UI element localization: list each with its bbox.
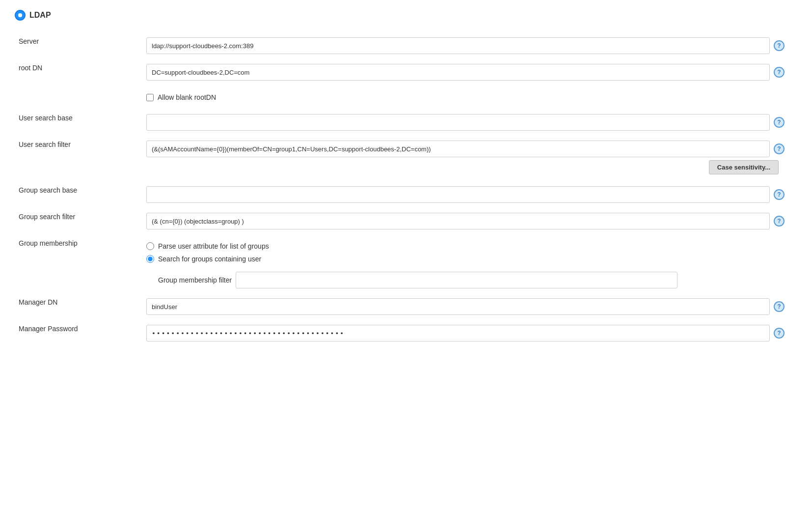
user-search-filter-help-icon[interactable]: ? [774, 143, 785, 154]
user-search-base-input-cell: ? [142, 109, 797, 136]
user-search-filter-input-cell: ? Case sensitivity... [142, 136, 797, 181]
membership-filter-input[interactable] [236, 272, 677, 288]
manager-dn-label: Manager DN [15, 293, 142, 320]
root-dn-row: root DN ? [15, 59, 797, 85]
group-membership-label: Group membership [15, 234, 142, 293]
manager-dn-help-icon[interactable]: ? [774, 301, 785, 312]
group-search-base-row: Group search base ? [15, 181, 797, 208]
group-search-base-label: Group search base [15, 181, 142, 208]
case-sensitivity-button[interactable]: Case sensitivity... [709, 160, 779, 174]
parse-user-radio-row: Parse user attribute for list of groups [146, 242, 793, 250]
search-groups-radio-label: Search for groups containing user [158, 255, 261, 263]
ldap-form: Server ? root DN ? Allow blank rootDN [15, 32, 797, 346]
root-dn-input-cell: ? [142, 59, 797, 85]
manager-password-label: Manager Password [15, 320, 142, 346]
manager-password-field-row: ? [146, 325, 793, 341]
allow-blank-input-cell: Allow blank rootDN [142, 85, 797, 109]
group-membership-radio-group: Parse user attribute for list of groups … [146, 239, 793, 288]
manager-password-row: Manager Password ? [15, 320, 797, 346]
group-search-base-input-cell: ? [142, 181, 797, 208]
user-search-base-label: User search base [15, 109, 142, 136]
group-search-filter-input[interactable] [146, 213, 770, 229]
ldap-title: LDAP [29, 11, 51, 20]
root-dn-help-icon[interactable]: ? [774, 67, 785, 78]
parse-user-radio[interactable] [146, 242, 154, 250]
user-search-base-row: User search base ? [15, 109, 797, 136]
group-search-filter-input-cell: ? [142, 208, 797, 234]
server-field-row: ? [146, 37, 793, 54]
server-label: Server [15, 32, 142, 59]
server-help-icon[interactable]: ? [774, 40, 785, 51]
group-search-filter-field-row: ? [146, 213, 793, 229]
ldap-status-icon [15, 10, 26, 21]
user-search-filter-label: User search filter [15, 136, 142, 181]
allow-blank-label-empty [15, 85, 142, 109]
user-search-filter-field-row: ? [146, 141, 793, 157]
allow-blank-row: Allow blank rootDN [15, 85, 797, 109]
case-sensitivity-wrapper: Case sensitivity... [146, 157, 793, 176]
allow-blank-checkbox[interactable] [146, 94, 154, 101]
user-search-base-field-row: ? [146, 114, 793, 131]
server-input[interactable] [146, 37, 770, 54]
manager-dn-input[interactable] [146, 298, 770, 315]
manager-password-input-cell: ? [142, 320, 797, 346]
manager-password-help-icon[interactable]: ? [774, 328, 785, 339]
ldap-circle-inner [18, 13, 22, 17]
group-membership-input-cell: Parse user attribute for list of groups … [142, 234, 797, 293]
ldap-header: LDAP [15, 10, 797, 21]
root-dn-input[interactable] [146, 64, 770, 81]
server-row: Server ? [15, 32, 797, 59]
allow-blank-checkbox-row: Allow blank rootDN [146, 90, 793, 104]
manager-dn-input-cell: ? [142, 293, 797, 320]
membership-filter-row: Group membership filter [146, 272, 793, 288]
group-search-base-help-icon[interactable]: ? [774, 189, 785, 200]
manager-dn-row: Manager DN ? [15, 293, 797, 320]
user-search-filter-row: User search filter ? Case sensitivity... [15, 136, 797, 181]
group-search-base-field-row: ? [146, 186, 793, 203]
server-input-cell: ? [142, 32, 797, 59]
manager-password-input[interactable] [146, 325, 770, 341]
group-membership-row: Group membership Parse user attribute fo… [15, 234, 797, 293]
membership-filter-label: Group membership filter [158, 276, 232, 284]
group-search-filter-row: Group search filter ? [15, 208, 797, 234]
group-search-filter-help-icon[interactable]: ? [774, 216, 785, 227]
parse-user-radio-label: Parse user attribute for list of groups [158, 242, 269, 250]
search-groups-radio[interactable] [146, 255, 154, 263]
root-dn-label: root DN [15, 59, 142, 85]
manager-dn-field-row: ? [146, 298, 793, 315]
allow-blank-checkbox-label: Allow blank rootDN [158, 93, 216, 101]
group-search-filter-label: Group search filter [15, 208, 142, 234]
root-dn-field-row: ? [146, 64, 793, 81]
user-search-filter-input[interactable] [146, 141, 770, 157]
user-search-base-help-icon[interactable]: ? [774, 117, 785, 128]
search-groups-radio-row: Search for groups containing user [146, 255, 793, 263]
group-search-base-input[interactable] [146, 186, 770, 203]
user-search-base-input[interactable] [146, 114, 770, 131]
